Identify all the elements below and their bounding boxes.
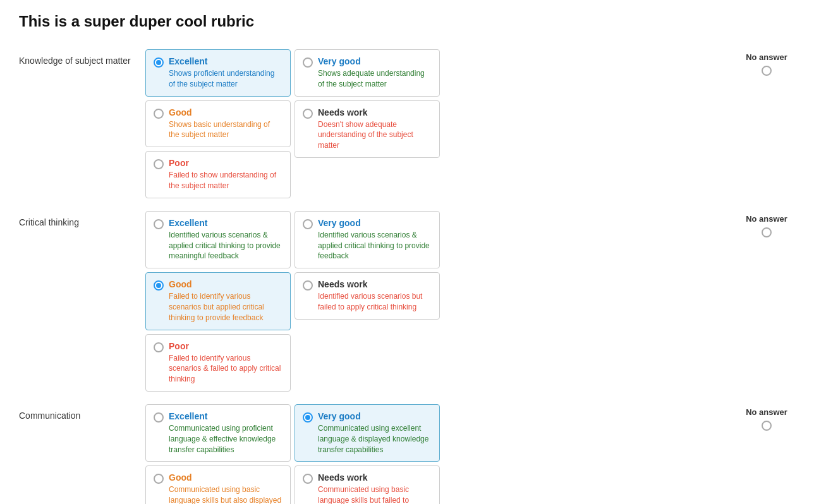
no-answer-col-knowledge: No answer bbox=[738, 49, 795, 76]
card-communication-1[interactable]: Very goodCommunicated using excellent la… bbox=[295, 404, 440, 462]
card-desc-communication-0: Communicated using proficient language &… bbox=[169, 423, 282, 455]
card-title-knowledge-4: Poor bbox=[169, 158, 282, 168]
card-content-critical-1: Very goodIdentified various scenarios & … bbox=[318, 218, 432, 261]
card-content-communication-3: Needs workCommunicated using basic langu… bbox=[318, 472, 432, 504]
card-content-knowledge-1: Very goodShows adequate understanding of… bbox=[318, 56, 432, 90]
radio-communication-3[interactable] bbox=[303, 474, 313, 484]
card-desc-critical-1: Identified various scenarios & applied c… bbox=[318, 230, 432, 261]
card-desc-critical-0: Identified various scenarios & applied c… bbox=[169, 230, 282, 261]
card-title-knowledge-1: Very good bbox=[318, 56, 432, 66]
card-content-communication-0: ExcellentCommunicated using proficient l… bbox=[169, 411, 282, 455]
card-desc-communication-2: Communicated using basic language skills… bbox=[169, 484, 282, 504]
card-content-knowledge-2: GoodShows basic understanding of the sub… bbox=[169, 107, 282, 141]
section-communication: CommunicationExcellentCommunicated using… bbox=[19, 404, 795, 504]
card-desc-critical-4: Failed to identify various scenarios & f… bbox=[169, 353, 282, 385]
card-desc-knowledge-0: Shows proficient understanding of the su… bbox=[169, 68, 282, 90]
radio-knowledge-3[interactable] bbox=[303, 109, 313, 119]
section-critical: Critical thinkingExcellentIdentified var… bbox=[19, 211, 795, 392]
card-title-critical-4: Poor bbox=[169, 341, 282, 351]
radio-critical-1[interactable] bbox=[303, 219, 313, 229]
no-answer-radio-knowledge[interactable] bbox=[762, 66, 772, 76]
card-knowledge-2[interactable]: GoodShows basic understanding of the sub… bbox=[145, 100, 291, 148]
card-critical-4[interactable]: PoorFailed to identify various scenarios… bbox=[145, 334, 291, 392]
card-title-knowledge-0: Excellent bbox=[169, 56, 282, 66]
card-communication-3[interactable]: Needs workCommunicated using basic langu… bbox=[295, 465, 440, 504]
card-critical-1[interactable]: Very goodIdentified various scenarios & … bbox=[295, 211, 440, 268]
card-content-communication-2: GoodCommunicated using basic language sk… bbox=[169, 472, 282, 504]
card-communication-0[interactable]: ExcellentCommunicated using proficient l… bbox=[145, 404, 291, 462]
card-title-knowledge-2: Good bbox=[169, 107, 282, 117]
card-knowledge-3[interactable]: Needs workDoesn't show adequate understa… bbox=[295, 100, 440, 158]
section-label-critical: Critical thinking bbox=[19, 211, 145, 227]
card-content-critical-3: Needs workIdentified various scenarios b… bbox=[318, 279, 432, 313]
radio-critical-2[interactable] bbox=[154, 280, 164, 291]
card-desc-communication-3: Communicated using basic language skills… bbox=[318, 484, 432, 504]
radio-knowledge-1[interactable] bbox=[303, 57, 313, 68]
card-title-communication-2: Good bbox=[169, 472, 282, 483]
section-knowledge: Knowledge of subject matterExcellentShow… bbox=[19, 49, 795, 198]
card-content-critical-2: GoodFailed to identify various scenarios… bbox=[169, 279, 282, 323]
card-critical-2[interactable]: GoodFailed to identify various scenarios… bbox=[145, 272, 291, 330]
radio-communication-1[interactable] bbox=[303, 412, 313, 423]
card-knowledge-4[interactable]: PoorFailed to show understanding of the … bbox=[145, 151, 291, 198]
page-title: This is a super duper cool rubric bbox=[19, 13, 795, 30]
radio-knowledge-4[interactable] bbox=[154, 159, 164, 169]
no-answer-label-critical: No answer bbox=[746, 214, 787, 224]
no-answer-radio-critical[interactable] bbox=[762, 227, 772, 237]
cards-grid-knowledge: ExcellentShows proficient understanding … bbox=[145, 49, 738, 198]
card-content-critical-4: PoorFailed to identify various scenarios… bbox=[169, 341, 282, 385]
card-content-knowledge-3: Needs workDoesn't show adequate understa… bbox=[318, 107, 432, 151]
card-content-critical-0: ExcellentIdentified various scenarios & … bbox=[169, 218, 282, 261]
card-content-communication-1: Very goodCommunicated using excellent la… bbox=[318, 411, 432, 455]
card-communication-2[interactable]: GoodCommunicated using basic language sk… bbox=[145, 465, 291, 504]
radio-communication-0[interactable] bbox=[154, 412, 164, 423]
no-answer-col-communication: No answer bbox=[738, 404, 795, 431]
card-critical-0[interactable]: ExcellentIdentified various scenarios & … bbox=[145, 211, 291, 268]
radio-knowledge-2[interactable] bbox=[154, 109, 164, 119]
card-title-critical-0: Excellent bbox=[169, 218, 282, 228]
card-knowledge-1[interactable]: Very goodShows adequate understanding of… bbox=[295, 49, 440, 97]
radio-critical-4[interactable] bbox=[154, 342, 164, 352]
card-title-critical-3: Needs work bbox=[318, 279, 432, 289]
card-title-communication-3: Needs work bbox=[318, 472, 432, 483]
radio-knowledge-0[interactable] bbox=[154, 57, 164, 68]
card-desc-knowledge-2: Shows basic understanding of the subject… bbox=[169, 119, 282, 141]
card-title-communication-1: Very good bbox=[318, 411, 432, 421]
card-knowledge-0[interactable]: ExcellentShows proficient understanding … bbox=[145, 49, 291, 97]
card-desc-knowledge-1: Shows adequate understanding of the subj… bbox=[318, 68, 432, 90]
no-answer-label-communication: No answer bbox=[746, 407, 787, 417]
card-desc-critical-3: Identified various scenarios but failed … bbox=[318, 291, 432, 313]
card-title-critical-2: Good bbox=[169, 279, 282, 289]
no-answer-radio-communication[interactable] bbox=[762, 421, 772, 431]
card-title-knowledge-3: Needs work bbox=[318, 107, 432, 117]
section-label-communication: Communication bbox=[19, 404, 145, 421]
card-content-knowledge-4: PoorFailed to show understanding of the … bbox=[169, 158, 282, 191]
radio-communication-2[interactable] bbox=[154, 474, 164, 484]
section-label-knowledge: Knowledge of subject matter bbox=[19, 49, 145, 66]
card-desc-knowledge-4: Failed to show understanding of the subj… bbox=[169, 170, 282, 191]
card-desc-communication-1: Communicated using excellent language & … bbox=[318, 423, 432, 455]
radio-critical-0[interactable] bbox=[154, 219, 164, 229]
card-desc-knowledge-3: Doesn't show adequate understanding of t… bbox=[318, 119, 432, 151]
cards-grid-critical: ExcellentIdentified various scenarios & … bbox=[145, 211, 738, 392]
card-desc-critical-2: Failed to identify various scenarios but… bbox=[169, 291, 282, 323]
card-title-critical-1: Very good bbox=[318, 218, 432, 228]
radio-critical-3[interactable] bbox=[303, 280, 313, 291]
card-title-communication-0: Excellent bbox=[169, 411, 282, 421]
card-critical-3[interactable]: Needs workIdentified various scenarios b… bbox=[295, 272, 440, 320]
cards-grid-communication: ExcellentCommunicated using proficient l… bbox=[145, 404, 738, 504]
card-content-knowledge-0: ExcellentShows proficient understanding … bbox=[169, 56, 282, 90]
no-answer-col-critical: No answer bbox=[738, 211, 795, 237]
no-answer-label-knowledge: No answer bbox=[746, 52, 787, 62]
